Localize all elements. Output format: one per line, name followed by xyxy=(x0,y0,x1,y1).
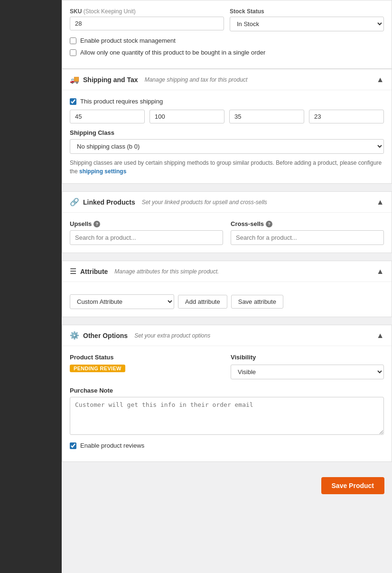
other-options-subtitle: Set your extra product options xyxy=(134,332,210,339)
attribute-title: Attribute xyxy=(80,268,108,275)
purchase-note-textarea[interactable] xyxy=(70,397,384,435)
linked-header-left: 🔗 Linked Products Set your linked produc… xyxy=(70,197,267,207)
upsells-search-wrap xyxy=(70,230,223,245)
sidebar xyxy=(0,0,62,573)
add-attribute-button[interactable]: Add attribute xyxy=(178,295,227,309)
stock-status-label: Stock Status xyxy=(230,8,384,15)
crosssells-label: Cross-sells xyxy=(231,220,264,227)
linked-products-subtitle: Set your linked products for upsell and … xyxy=(142,199,267,206)
shipping-tax-header: 🚚 Shipping and Tax Manage shipping and t… xyxy=(62,69,392,90)
upsells-group: Upsells ? xyxy=(70,220,223,245)
link-icon: 🔗 xyxy=(70,197,79,207)
shipping-class-select[interactable]: No shipping class (b 0) xyxy=(70,139,384,154)
visibility-label: Visibility xyxy=(231,354,384,361)
crosssells-help-icon[interactable]: ? xyxy=(266,221,272,227)
linked-collapse-btn[interactable]: ▲ xyxy=(376,198,384,207)
dim2-input[interactable] xyxy=(149,110,224,123)
crosssells-search-wrap xyxy=(231,230,384,245)
linked-products-row: Upsells ? Cross-sells ? xyxy=(70,220,384,245)
single-qty-checkbox[interactable] xyxy=(70,49,76,56)
save-attribute-button[interactable]: Save attribute xyxy=(231,295,283,309)
dim3-input[interactable] xyxy=(229,110,304,123)
stock-status-group: Stock Status In Stock Out of Stock On Ba… xyxy=(230,8,384,31)
enable-stock-label: Enable product stock management xyxy=(80,37,176,44)
shipping-card-body: This product requires shipping Shipping … xyxy=(62,90,392,183)
attribute-header: ☰ Attribute Manage attributes for this s… xyxy=(62,261,392,282)
linked-products-body: Upsells ? Cross-sells ? xyxy=(62,213,392,253)
crosssells-group: Cross-sells ? xyxy=(231,220,384,245)
other-options-header-left: ⚙️ Other Options Set your extra product … xyxy=(70,331,210,340)
sku-note: (Stock Keeping Unit) xyxy=(84,8,136,15)
requires-shipping-label: This product requires shipping xyxy=(80,98,163,105)
purchase-note-label: Purchase Note xyxy=(70,387,384,394)
shipping-tax-card: 🚚 Shipping and Tax Manage shipping and t… xyxy=(62,69,392,184)
dim4-input[interactable] xyxy=(309,110,384,123)
linked-products-card: 🔗 Linked Products Set your linked produc… xyxy=(62,191,392,253)
attribute-collapse-btn[interactable]: ▲ xyxy=(376,267,384,276)
sku-group: SKU (Stock Keeping Unit) xyxy=(70,8,224,31)
crosssells-search-input[interactable] xyxy=(231,230,384,245)
product-status-col: Product Status Pending Review xyxy=(70,354,223,379)
other-options-card: ⚙️ Other Options Set your extra product … xyxy=(62,325,392,462)
requires-shipping-row: This product requires shipping xyxy=(70,98,384,105)
sku-stock-section: SKU (Stock Keeping Unit) Stock Status In… xyxy=(62,0,392,69)
shipping-subtitle: Manage shipping and tax for this product xyxy=(145,76,248,83)
enable-reviews-checkbox[interactable] xyxy=(70,442,76,449)
stock-status-select[interactable]: In Stock Out of Stock On Backorder xyxy=(230,17,384,31)
attribute-select-row: Custom Attribute Add attribute Save attr… xyxy=(70,294,384,309)
shipping-class-label: Shipping Class xyxy=(70,129,384,136)
requires-shipping-checkbox[interactable] xyxy=(70,98,76,105)
crosssells-label-row: Cross-sells ? xyxy=(231,220,384,227)
dim1-input[interactable] xyxy=(70,110,145,123)
list-icon: ☰ xyxy=(70,267,76,276)
truck-icon: 🚚 xyxy=(70,75,79,84)
visibility-select[interactable]: Visible Catalog Search Hidden xyxy=(231,365,384,379)
upsells-label-row: Upsells ? xyxy=(70,220,223,227)
attribute-subtitle: Manage attributes for this simple produc… xyxy=(114,268,219,275)
shipping-collapse-btn[interactable]: ▲ xyxy=(376,75,384,84)
other-options-header: ⚙️ Other Options Set your extra product … xyxy=(62,325,392,346)
enable-stock-row: Enable product stock management xyxy=(70,37,384,44)
single-qty-row: Allow only one quantity of this product … xyxy=(70,49,384,56)
single-qty-label: Allow only one quantity of this product … xyxy=(80,49,265,56)
gear-icon: ⚙️ xyxy=(70,331,79,340)
save-bar: Save Product xyxy=(62,470,392,502)
upsells-label: Upsells xyxy=(70,220,92,227)
product-status-label: Product Status xyxy=(70,354,223,361)
attribute-header-left: ☰ Attribute Manage attributes for this s… xyxy=(70,267,219,276)
upsells-help-icon[interactable]: ? xyxy=(93,221,100,227)
attribute-card-body: Custom Attribute Add attribute Save attr… xyxy=(62,282,392,317)
main-content: SKU (Stock Keeping Unit) Stock Status In… xyxy=(62,0,392,573)
other-options-title: Other Options xyxy=(83,332,128,339)
shipping-settings-link[interactable]: shipping settings xyxy=(79,168,126,175)
sku-input[interactable] xyxy=(70,17,224,30)
status-badge: Pending Review xyxy=(70,365,125,372)
shipping-header-left: 🚚 Shipping and Tax Manage shipping and t… xyxy=(70,75,247,84)
enable-reviews-label: Enable product reviews xyxy=(80,442,144,449)
save-product-button[interactable]: Save Product xyxy=(321,477,384,494)
shipping-note: Shipping classes are used by certain shi… xyxy=(70,159,384,176)
dimensions-row xyxy=(70,110,384,123)
enable-reviews-row: Enable product reviews xyxy=(70,442,384,449)
upsells-search-input[interactable] xyxy=(70,230,223,245)
custom-attribute-select[interactable]: Custom Attribute xyxy=(70,294,174,309)
other-options-grid: Product Status Pending Review Visibility… xyxy=(70,354,384,379)
enable-stock-checkbox[interactable] xyxy=(70,38,76,44)
other-options-collapse-btn[interactable]: ▲ xyxy=(376,331,384,340)
sku-label: SKU (Stock Keeping Unit) xyxy=(70,8,224,15)
linked-products-title: Linked Products xyxy=(83,198,135,206)
visibility-col: Visibility Visible Catalog Search Hidden xyxy=(231,354,384,379)
shipping-title: Shipping and Tax xyxy=(83,76,138,84)
linked-products-header: 🔗 Linked Products Set your linked produc… xyxy=(62,192,392,213)
other-options-body: Product Status Pending Review Visibility… xyxy=(62,346,392,461)
attribute-card: ☰ Attribute Manage attributes for this s… xyxy=(62,261,392,317)
